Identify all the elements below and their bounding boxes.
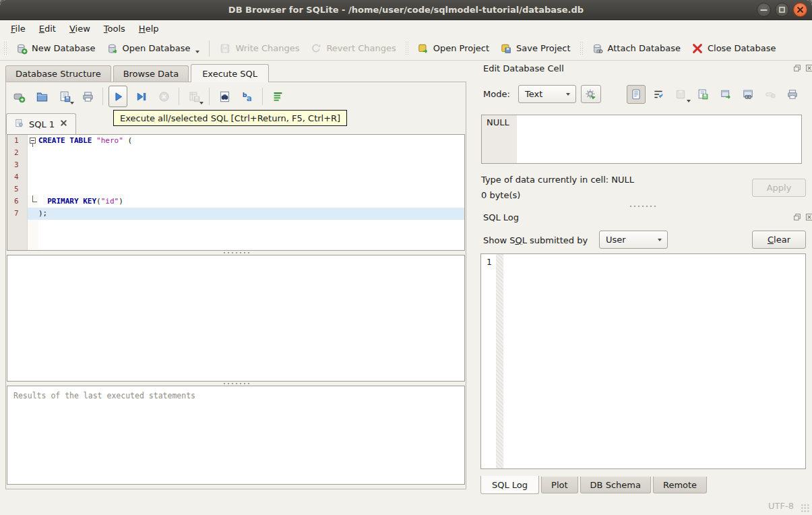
copy-link-button[interactable] xyxy=(739,85,757,104)
line-number: 4 xyxy=(7,171,28,183)
format-icon: ba xyxy=(241,90,254,103)
text-mode-button[interactable] xyxy=(627,85,646,104)
close-button[interactable] xyxy=(793,3,807,17)
code-line[interactable]: 5 "age" INTEGER, xyxy=(7,183,464,195)
log-dock-title: SQL Log xyxy=(483,212,519,222)
new-database-button[interactable]: New Database xyxy=(10,40,101,57)
close-x-icon xyxy=(805,212,812,222)
fold-collapse-icon[interactable] xyxy=(30,138,36,144)
code-line[interactable]: 2 "id" INTEGER, xyxy=(7,147,464,159)
tab-remote[interactable]: Remote xyxy=(653,477,707,493)
log-filter-label: Show SQL submitted by xyxy=(483,235,588,245)
fold-margin[interactable] xyxy=(28,135,38,147)
maximize-button[interactable] xyxy=(775,3,789,17)
sql-file-tab[interactable]: SQL 1 xyxy=(6,113,76,134)
cell-editor[interactable]: NULL xyxy=(481,115,802,164)
write-changes-button-label: Write Changes xyxy=(235,43,299,53)
menu-edit[interactable]: Edit xyxy=(32,22,63,36)
toolbar-grip[interactable] xyxy=(580,41,583,56)
sql-code-editor[interactable]: 1CREATE TABLE "hero" (2 "id" INTEGER,3 "… xyxy=(7,134,465,251)
tab-plot[interactable]: Plot xyxy=(541,477,578,493)
float-button[interactable] xyxy=(792,212,802,222)
execute-line-button[interactable] xyxy=(131,86,150,107)
close-button[interactable] xyxy=(805,63,812,73)
mode-label: Mode: xyxy=(483,89,510,99)
code-line[interactable]: 6 PRIMARY KEY("id") xyxy=(7,195,464,208)
execute-all-button[interactable] xyxy=(108,86,127,107)
stop-execution-button[interactable] xyxy=(154,86,173,107)
toggle-comment-button[interactable] xyxy=(268,86,287,107)
toolbar-separator xyxy=(179,88,179,105)
code-line[interactable]: 7); xyxy=(7,208,464,220)
dock-splitter-handle[interactable] xyxy=(629,205,657,208)
sql-log-view[interactable]: 1 xyxy=(480,253,806,469)
close-database-button[interactable]: Close Database xyxy=(686,40,782,57)
results-pane[interactable]: Results of the last executed statements xyxy=(7,386,465,485)
menu-file[interactable]: File xyxy=(4,22,32,36)
open-database-button[interactable]: Open Database xyxy=(101,40,206,57)
menu-view[interactable]: View xyxy=(63,22,97,36)
clear-log-button[interactable]: Clear xyxy=(752,231,806,249)
log-filter-value: User xyxy=(600,235,651,245)
toolbar-grip[interactable] xyxy=(405,41,408,56)
print2-icon xyxy=(786,88,799,100)
title-bar[interactable]: DB Browser for SQLite - /home/user/code/… xyxy=(0,0,812,20)
line-number: 1 xyxy=(7,135,28,147)
float-button[interactable] xyxy=(792,63,802,73)
close-database-button-label: Close Database xyxy=(708,43,776,53)
cell-editor-area[interactable] xyxy=(517,115,801,163)
code-line[interactable]: 3 "name" TEXT NOT NULL, xyxy=(7,159,464,171)
find-replace-button[interactable] xyxy=(215,86,234,107)
save-project-button[interactable]: Save Project xyxy=(495,40,576,57)
tab-database-structure[interactable]: Database Structure xyxy=(5,65,111,82)
open-project-button[interactable]: Open Project xyxy=(412,40,495,57)
print-cell-button[interactable] xyxy=(783,85,802,104)
menu-tools[interactable]: Tools xyxy=(97,22,132,36)
save-results-button[interactable] xyxy=(185,86,204,107)
float-icon xyxy=(792,63,802,73)
log-dock-buttons xyxy=(792,212,812,222)
open-sql-file-button[interactable] xyxy=(32,86,51,107)
attach-db-icon xyxy=(592,42,604,55)
close-button[interactable] xyxy=(805,212,812,222)
main-tab-bar: Database StructureBrowse DataExecute SQL xyxy=(5,64,271,82)
tab-db-schema[interactable]: DB Schema xyxy=(580,477,651,493)
close-x-icon xyxy=(805,63,812,73)
fold-margin xyxy=(28,195,38,208)
resize-grip[interactable] xyxy=(801,504,810,513)
tab-browse-data-label: Browse Data xyxy=(123,69,179,79)
apply-button[interactable]: Apply xyxy=(752,179,806,197)
format-sql-button[interactable]: ba xyxy=(238,86,257,107)
minimize-button[interactable] xyxy=(757,3,771,17)
log-filter-select[interactable]: User xyxy=(599,231,668,249)
tab-sql-log[interactable]: SQL Log xyxy=(480,476,539,494)
sql-tab-close-icon[interactable] xyxy=(59,119,68,129)
editor-lower-pane[interactable] xyxy=(7,255,465,382)
auto-mode-button[interactable] xyxy=(581,85,601,103)
toolbar-grip[interactable] xyxy=(3,41,7,56)
write-changes-button[interactable]: Write Changes xyxy=(214,40,305,57)
export-data-button[interactable] xyxy=(693,85,712,104)
tab-database-structure-label: Database Structure xyxy=(15,69,101,79)
import-data-button[interactable] xyxy=(671,85,690,104)
menu-help[interactable]: Help xyxy=(132,22,166,36)
word-wrap-button[interactable] xyxy=(649,85,668,104)
tab-execute-sql[interactable]: Execute SQL xyxy=(191,64,269,82)
open-sql-tab-button[interactable] xyxy=(9,86,28,107)
open-sql-icon xyxy=(36,90,49,103)
tab-browse-data[interactable]: Browse Data xyxy=(113,65,189,82)
set-null-button[interactable] xyxy=(761,85,780,104)
encoding-status: UTF-8 xyxy=(768,501,794,511)
save-sql-file-button[interactable] xyxy=(55,86,74,107)
code-line[interactable]: 1CREATE TABLE "hero" ( xyxy=(7,135,464,147)
tab-remote-label: Remote xyxy=(663,480,697,490)
open-in-external-button[interactable] xyxy=(716,85,735,104)
code-line[interactable]: 4 "secret_name" TEXT NOT NULL, xyxy=(7,171,464,183)
print-sql-button[interactable] xyxy=(78,86,97,107)
revert-changes-button[interactable]: Revert Changes xyxy=(305,40,401,57)
fold-margin xyxy=(28,208,38,220)
link-icon xyxy=(742,88,754,100)
stop-icon xyxy=(158,90,170,103)
mode-select[interactable]: Text xyxy=(518,85,576,103)
attach-database-button[interactable]: Attach Database xyxy=(586,40,686,57)
